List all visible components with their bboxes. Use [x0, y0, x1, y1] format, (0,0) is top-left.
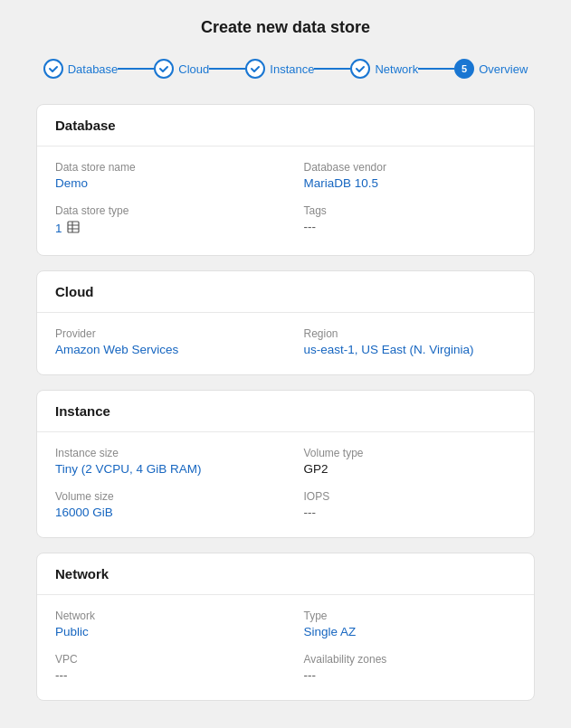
field-value-volume-size: 16000 GiB: [55, 506, 268, 519]
network-row-2: VPC --- Availability zones ---: [55, 653, 516, 682]
database-card-header: Database: [37, 105, 534, 147]
database-type-icon: [66, 220, 81, 237]
step-network[interactable]: Network: [350, 59, 418, 79]
step-label-network: Network: [375, 62, 418, 76]
field-label-datastore-name: Data store name: [55, 161, 268, 174]
field-iops: IOPS ---: [304, 490, 517, 519]
connector-4: [418, 68, 454, 70]
step-label-overview: Overview: [479, 62, 528, 76]
step-overview[interactable]: 5 Overview: [454, 59, 528, 79]
instance-card-header: Instance: [37, 391, 534, 432]
connector-2: [209, 68, 245, 70]
step-label-instance: Instance: [270, 62, 314, 76]
step-label-database: Database: [68, 62, 119, 76]
field-label-network: Network: [55, 610, 268, 622]
step-circle-cloud: [154, 59, 174, 79]
page-title: Create new data store: [0, 18, 571, 37]
field-tags: Tags ---: [304, 204, 517, 237]
field-value-network: Public: [55, 625, 268, 638]
step-database[interactable]: Database: [43, 59, 119, 79]
network-card-body: Network Public Type Single AZ VPC --- Av…: [37, 595, 534, 700]
field-db-vendor: Database vendor MariaDB 10.5: [304, 161, 517, 190]
network-card-header: Network: [37, 553, 534, 595]
field-label-db-vendor: Database vendor: [304, 161, 517, 174]
network-row-1: Network Public Type Single AZ: [55, 610, 516, 638]
field-instance-size: Instance size Tiny (2 VCPU, 4 GiB RAM): [55, 447, 268, 476]
database-card-body: Data store name Demo Database vendor Mar…: [37, 147, 534, 255]
field-value-region: us-east-1, US East (N. Virginia): [304, 343, 517, 356]
field-label-tags: Tags: [304, 204, 517, 217]
field-value-instance-size: Tiny (2 VCPU, 4 GiB RAM): [55, 462, 268, 476]
network-card: Network Network Public Type Single AZ VP…: [36, 553, 535, 701]
field-label-datastore-type: Data store type: [55, 204, 268, 217]
field-volume-size: Volume size 16000 GiB: [55, 490, 268, 519]
field-label-provider: Provider: [55, 327, 268, 340]
field-value-provider: Amazon Web Services: [55, 343, 268, 356]
cards-area: Database Data store name Demo Database v…: [0, 104, 571, 701]
connector-3: [314, 68, 350, 70]
field-datastore-name: Data store name Demo: [55, 161, 268, 190]
step-label-cloud: Cloud: [178, 62, 209, 76]
step-circle-overview: 5: [454, 59, 474, 79]
cloud-card-header: Cloud: [37, 271, 534, 313]
field-network: Network Public: [55, 610, 268, 638]
field-value-vpc: ---: [55, 668, 268, 682]
instance-row-2: Volume size 16000 GiB IOPS ---: [55, 490, 516, 519]
field-label-region: Region: [304, 327, 517, 340]
field-datastore-type: Data store type 1: [55, 204, 268, 237]
step-circle-database: [43, 59, 63, 79]
field-value-datastore-name: Demo: [55, 176, 268, 190]
step-instance[interactable]: Instance: [245, 59, 314, 79]
step-circle-instance: [245, 59, 265, 79]
field-value-volume-type: GP2: [304, 462, 517, 476]
stepper: Database Cloud Instance: [0, 59, 571, 79]
connector-1: [118, 68, 154, 70]
field-label-availability-zones: Availability zones: [304, 653, 517, 666]
field-label-vpc: VPC: [55, 653, 268, 666]
cloud-card-body: Provider Amazon Web Services Region us-e…: [37, 313, 534, 374]
field-vpc: VPC ---: [55, 653, 268, 682]
database-row-2: Data store type 1: [55, 204, 516, 237]
field-provider: Provider Amazon Web Services: [55, 327, 268, 356]
field-label-type: Type: [304, 610, 517, 622]
field-value-availability-zones: ---: [304, 668, 517, 682]
field-value-db-vendor: MariaDB 10.5: [304, 176, 517, 190]
cloud-row-1: Provider Amazon Web Services Region us-e…: [55, 327, 516, 356]
field-value-tags: ---: [304, 220, 517, 233]
field-label-iops: IOPS: [304, 490, 517, 503]
field-type: Type Single AZ: [304, 610, 517, 638]
database-row-1: Data store name Demo Database vendor Mar…: [55, 161, 516, 190]
instance-card: Instance Instance size Tiny (2 VCPU, 4 G…: [36, 390, 535, 538]
database-card: Database Data store name Demo Database v…: [36, 104, 535, 256]
field-value-type: Single AZ: [304, 625, 517, 638]
instance-row-1: Instance size Tiny (2 VCPU, 4 GiB RAM) V…: [55, 447, 516, 476]
cloud-card: Cloud Provider Amazon Web Services Regio…: [36, 270, 535, 375]
field-value-datastore-type: 1: [55, 220, 81, 237]
field-label-instance-size: Instance size: [55, 447, 268, 459]
field-label-volume-size: Volume size: [55, 490, 268, 503]
field-value-iops: ---: [304, 506, 517, 519]
svg-rect-0: [68, 222, 79, 232]
instance-card-body: Instance size Tiny (2 VCPU, 4 GiB RAM) V…: [37, 432, 534, 537]
step-circle-network: [350, 59, 370, 79]
field-volume-type: Volume type GP2: [304, 447, 517, 476]
field-availability-zones: Availability zones ---: [304, 653, 517, 682]
field-label-volume-type: Volume type: [304, 447, 517, 459]
step-cloud[interactable]: Cloud: [154, 59, 209, 79]
field-region: Region us-east-1, US East (N. Virginia): [304, 327, 517, 356]
